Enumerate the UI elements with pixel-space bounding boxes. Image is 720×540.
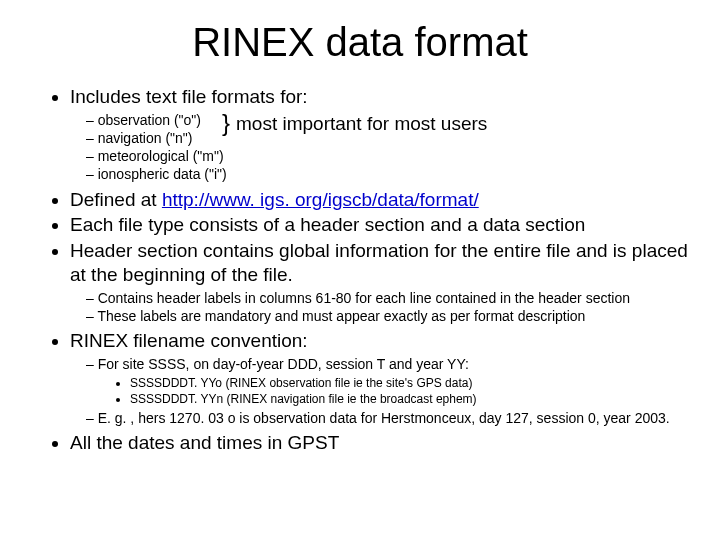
bullet-defined-at: Defined at http://www. igs. org/igscb/da… xyxy=(70,188,690,212)
brace-note: most important for most users xyxy=(236,112,487,137)
bullet-defined-at-pre: Defined at xyxy=(70,189,162,210)
file-type-ionospheric: ionospheric data ("i") xyxy=(100,165,690,183)
brace-icon: } xyxy=(222,111,230,135)
bullet-includes: Includes text file formats for: observat… xyxy=(70,85,690,184)
file-type-observation: observation ("o") } most important for m… xyxy=(100,111,690,129)
filename-pattern-list: SSSSDDDT. YYo (RINEX observation file ie… xyxy=(100,375,690,407)
filename-pattern: For site SSSS, on day-of-year DDD, sessi… xyxy=(100,355,690,408)
bullet-header-data-text: Each file type consists of a header sect… xyxy=(70,214,585,235)
filename-obs-text: SSSSDDDT. YYo (RINEX observation file ie… xyxy=(130,376,472,390)
file-type-meteorological-text: meteorological ("m") xyxy=(98,148,224,164)
header-section-sublist: Contains header labels in columns 61-80 … xyxy=(70,289,690,325)
file-types-list: observation ("o") } most important for m… xyxy=(70,111,690,184)
bullet-header-section-text: Header section contains global informati… xyxy=(70,240,688,285)
header-sub-mandatory: These labels are mandatory and must appe… xyxy=(100,307,690,325)
header-sub-columns: Contains header labels in columns 61-80 … xyxy=(100,289,690,307)
filename-nav-text: SSSSDDDT. YYn (RINEX navigation file ie … xyxy=(130,392,477,406)
slide: RINEX data format Includes text file for… xyxy=(0,20,720,540)
slide-title: RINEX data format xyxy=(30,20,690,65)
bullet-includes-text: Includes text file formats for: xyxy=(70,86,308,107)
igs-format-link[interactable]: http://www. igs. org/igscb/data/format/ xyxy=(162,189,479,210)
filename-example: E. g. , hers 1270. 03 o is observation d… xyxy=(100,409,690,427)
file-type-ionospheric-text: ionospheric data ("i") xyxy=(98,166,227,182)
filename-sublist: For site SSSS, on day-of-year DDD, sessi… xyxy=(70,355,690,428)
file-type-observation-text: observation ("o") xyxy=(98,112,201,128)
filename-pattern-text: For site SSSS, on day-of-year DDD, sessi… xyxy=(98,356,469,372)
filename-nav: SSSSDDDT. YYn (RINEX navigation file ie … xyxy=(130,391,690,407)
body-list: Includes text file formats for: observat… xyxy=(30,85,690,455)
bullet-filename-convention: RINEX filename convention: For site SSSS… xyxy=(70,329,690,428)
file-type-navigation-text: navigation ("n") xyxy=(98,130,193,146)
bullet-gpst-text: All the dates and times in GPST xyxy=(70,432,339,453)
filename-obs: SSSSDDDT. YYo (RINEX observation file ie… xyxy=(130,375,690,391)
header-sub-columns-text: Contains header labels in columns 61-80 … xyxy=(98,290,630,306)
file-type-meteorological: meteorological ("m") xyxy=(100,147,690,165)
bullet-header-section: Header section contains global informati… xyxy=(70,239,690,325)
filename-example-text: E. g. , hers 1270. 03 o is observation d… xyxy=(98,410,670,426)
header-sub-mandatory-text: These labels are mandatory and must appe… xyxy=(97,308,585,324)
bullet-gpst: All the dates and times in GPST xyxy=(70,431,690,455)
bullet-header-data: Each file type consists of a header sect… xyxy=(70,213,690,237)
bullet-filename-convention-text: RINEX filename convention: xyxy=(70,330,308,351)
